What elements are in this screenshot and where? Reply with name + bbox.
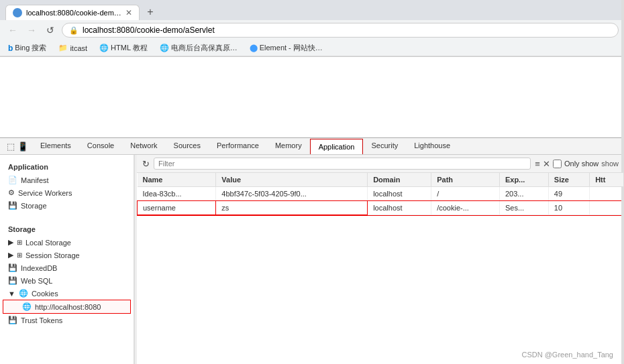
html-icon: 🌐 bbox=[99, 44, 109, 52]
bookmark-itcast-label: itcast bbox=[70, 44, 87, 52]
cookie-table: Name Value Domain Path Exp... Size Htt I… bbox=[137, 173, 624, 364]
only-show-checkbox[interactable] bbox=[553, 160, 562, 168]
devtools-icon-buttons: ⬚ 📱 bbox=[3, 139, 32, 154]
session-storage-arrow-icon: ▶ bbox=[8, 251, 13, 259]
sidebar-item-web-sql[interactable]: 💾 Web SQL bbox=[0, 274, 134, 287]
tab-console-label: Console bbox=[87, 141, 114, 149]
address-text: localhost:8080/cookie-demo/aServlet bbox=[83, 25, 215, 35]
address-input[interactable]: 🔒 localhost:8080/cookie-demo/aServlet bbox=[62, 23, 619, 38]
bookmark-itcast[interactable]: 📁 itcast bbox=[56, 42, 90, 54]
browser-chrome: localhost:8080/cookie-demo/… ✕ + ← → ↺ 🔒… bbox=[0, 0, 624, 57]
table-body: Idea-83cb... 4bbf347c-5f03-4205-9f0... l… bbox=[138, 187, 624, 215]
tab-security[interactable]: Security bbox=[363, 138, 406, 154]
tab-favicon bbox=[13, 8, 22, 17]
refresh-button[interactable]: ↺ bbox=[43, 23, 58, 38]
devtools-panel: ⬚ 📱 Elements Console Network Sources Per… bbox=[0, 137, 624, 364]
sidebar-item-manifest[interactable]: 📄 Manifest bbox=[0, 174, 134, 186]
sidebar-item-trust-tokens[interactable]: 💾 Trust Tokens bbox=[0, 314, 134, 326]
devtools-inspect-icon[interactable]: ⬚ bbox=[7, 141, 15, 151]
col-size: Size bbox=[548, 173, 589, 187]
row1-expires: 203... bbox=[499, 187, 548, 201]
only-show-label: Only show bbox=[564, 160, 599, 168]
sidebar-item-indexeddb-label: IndexedDB bbox=[21, 264, 57, 272]
row2-name-text: username bbox=[143, 204, 176, 212]
localhost-globe-icon: 🌐 bbox=[22, 302, 32, 311]
watermark: CSDN @Green_hand_Tang bbox=[521, 351, 613, 359]
sidebar-item-web-sql-label: Web SQL bbox=[21, 277, 53, 285]
table-row[interactable]: Idea-83cb... 4bbf347c-5f03-4205-9f0... l… bbox=[138, 187, 624, 201]
tab-performance-label: Performance bbox=[217, 141, 259, 149]
bing-icon: b bbox=[8, 44, 13, 53]
sidebar-divider bbox=[0, 217, 134, 223]
sidebar-section-storage: Storage bbox=[0, 223, 134, 236]
local-storage-grid-icon: ⊞ bbox=[17, 239, 22, 246]
storage-item-icon: 💾 bbox=[8, 201, 17, 210]
sidebar-item-service-workers[interactable]: ⚙ Service Workers bbox=[0, 186, 134, 199]
cookies-data-table: Name Value Domain Path Exp... Size Htt I… bbox=[137, 173, 624, 215]
sidebar-item-cookies[interactable]: ▼ 🌐 Cookies bbox=[0, 287, 134, 300]
bookmark-bing[interactable]: b Bing 搜索 bbox=[5, 42, 49, 54]
tab-application-label: Application bbox=[319, 143, 355, 151]
table-header: Name Value Domain Path Exp... Size Htt bbox=[138, 173, 624, 187]
row2-http bbox=[590, 201, 624, 215]
manifest-icon: 📄 bbox=[8, 176, 17, 184]
bookmarks-bar: b Bing 搜索 📁 itcast 🌐 HTML 教程 🌐 电商后台高保真原…… bbox=[0, 40, 624, 56]
sidebar-item-session-storage-label: Session Storage bbox=[25, 251, 80, 259]
indexeddb-icon: 💾 bbox=[8, 263, 17, 272]
col-value: Value bbox=[216, 173, 368, 187]
local-storage-arrow-icon: ▶ bbox=[8, 238, 13, 247]
sidebar-item-indexeddb[interactable]: 💾 IndexedDB bbox=[0, 261, 134, 274]
table-row[interactable]: username zs localhost /cookie-... Ses...… bbox=[138, 201, 624, 215]
sidebar-item-cookies-label: Cookies bbox=[32, 290, 58, 298]
web-sql-icon: 💾 bbox=[8, 276, 17, 285]
itcast-icon: 📁 bbox=[58, 44, 68, 52]
col-path: Path bbox=[431, 173, 500, 187]
row1-path: / bbox=[431, 187, 500, 201]
tab-performance[interactable]: Performance bbox=[209, 138, 267, 154]
bookmark-bing-label: Bing 搜索 bbox=[15, 43, 46, 53]
new-tab-button[interactable]: + bbox=[142, 4, 158, 20]
tab-console[interactable]: Console bbox=[79, 138, 122, 154]
bookmark-ecommerce[interactable]: 🌐 电商后台高保真原… bbox=[157, 42, 240, 54]
filter-options-icon[interactable]: ≡ bbox=[535, 159, 540, 169]
active-tab[interactable]: localhost:8080/cookie-demo/… ✕ bbox=[5, 5, 140, 20]
tab-network-label: Network bbox=[130, 141, 157, 149]
bookmark-element[interactable]: ⬤ Element - 网站快… bbox=[247, 42, 325, 54]
sidebar-item-trust-tokens-label: Trust Tokens bbox=[21, 316, 62, 324]
filter-input[interactable] bbox=[154, 158, 531, 170]
cookies-refresh-button[interactable]: ↻ bbox=[142, 159, 150, 169]
tab-application[interactable]: Application bbox=[310, 139, 364, 154]
tab-security-label: Security bbox=[371, 141, 398, 149]
row1-domain: localhost bbox=[368, 187, 431, 201]
tab-memory[interactable]: Memory bbox=[267, 138, 310, 154]
devtools-device-icon[interactable]: 📱 bbox=[17, 141, 28, 151]
tab-title: localhost:8080/cookie-demo/… bbox=[26, 9, 121, 17]
sidebar-item-local-storage[interactable]: ▶ ⊞ Local Storage bbox=[0, 236, 134, 249]
tab-elements[interactable]: Elements bbox=[32, 138, 79, 154]
filter-clear-icon[interactable]: ✕ bbox=[543, 159, 550, 169]
forward-button[interactable]: → bbox=[24, 23, 39, 38]
tab-memory-label: Memory bbox=[275, 141, 302, 149]
only-show-more-label: show bbox=[601, 160, 619, 168]
sidebar-group-application: Application 📄 Manifest ⚙ Service Workers… bbox=[0, 160, 134, 212]
tab-network[interactable]: Network bbox=[122, 138, 165, 154]
row2-size: 10 bbox=[548, 201, 589, 215]
lock-icon: 🔒 bbox=[69, 26, 79, 35]
tab-close-button[interactable]: ✕ bbox=[125, 8, 132, 17]
sidebar-item-storage[interactable]: 💾 Storage bbox=[0, 199, 134, 212]
tab-lighthouse[interactable]: Lighthouse bbox=[406, 138, 458, 154]
row2-value: zs bbox=[216, 201, 368, 215]
filter-actions: ≡ ✕ Only show show bbox=[535, 159, 619, 169]
bookmark-element-label: Element - 网站快… bbox=[260, 43, 323, 53]
tab-sources[interactable]: Sources bbox=[166, 138, 209, 154]
service-workers-icon: ⚙ bbox=[8, 188, 15, 197]
sidebar-item-storage-label: Storage bbox=[21, 202, 47, 210]
row2-expires: Ses... bbox=[499, 201, 548, 215]
filter-bar: ↻ ≡ ✕ Only show show bbox=[137, 155, 624, 173]
sidebar-item-session-storage[interactable]: ▶ ⊞ Session Storage bbox=[0, 249, 134, 261]
row1-value: 4bbf347c-5f03-4205-9f0... bbox=[216, 187, 368, 201]
back-button[interactable]: ← bbox=[5, 23, 20, 38]
sidebar-item-localhost[interactable]: 🌐 http://localhost:8080 bbox=[3, 300, 131, 314]
bookmark-html[interactable]: 🌐 HTML 教程 bbox=[97, 42, 150, 54]
sidebar-item-service-workers-label: Service Workers bbox=[18, 189, 72, 197]
